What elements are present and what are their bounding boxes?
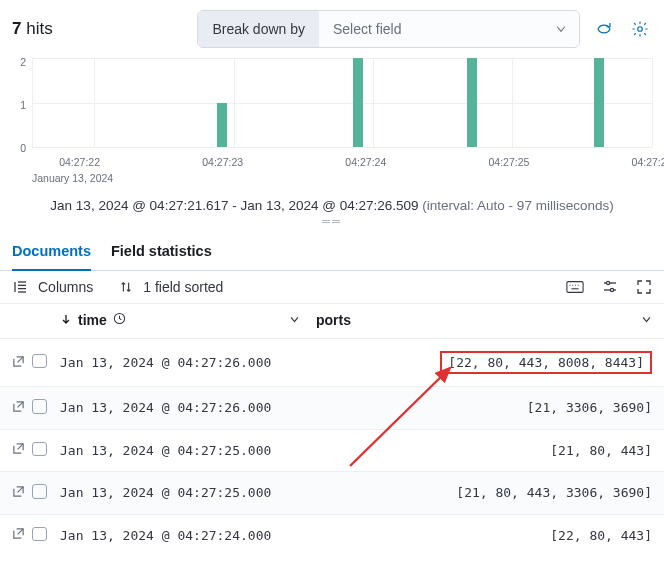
tab-field-statistics[interactable]: Field statistics [111,235,212,271]
cell-time: Jan 13, 2024 @ 04:27:25.000 [60,485,370,500]
range-sep: - [228,198,240,213]
x-tick: 04:27:23 [202,156,243,168]
cell-time: Jan 13, 2024 @ 04:27:25.000 [60,443,370,458]
svg-point-13 [606,281,609,284]
display-options-icon[interactable] [602,279,618,295]
y-tick: 2 [20,56,26,68]
expand-row-icon[interactable] [12,355,25,368]
y-axis-ticks: 2 1 0 [10,56,26,156]
table-row: Jan 13, 2024 @ 04:27:25.000[21, 80, 443,… [0,471,664,514]
x-tick: 04:27:26 [632,156,664,168]
cell-ports: [22, 80, 443, 8008, 8443] [370,351,652,374]
chevron-down-icon[interactable] [289,312,300,328]
hits-count-label: 7 hits [12,19,53,39]
data-table-body: Jan 13, 2024 @ 04:27:26.000[22, 80, 443,… [0,338,664,556]
svg-rect-6 [567,282,583,293]
range-from: Jan 13, 2024 @ 04:27:21.617 [50,198,228,213]
range-interval: (interval: Auto - 97 milliseconds) [422,198,613,213]
sort-icon[interactable] [119,280,133,294]
breakdown-select[interactable]: Select field [319,11,579,47]
chevron-down-icon [555,23,567,35]
table-row: Jan 13, 2024 @ 04:27:25.000[21, 80, 443] [0,429,664,472]
cell-ports: [21, 80, 443] [370,443,652,458]
cell-ports: [21, 80, 443, 3306, 3690] [370,485,652,500]
cell-time: Jan 13, 2024 @ 04:27:24.000 [60,528,370,543]
chevron-down-icon[interactable] [641,312,652,328]
tab-documents[interactable]: Documents [12,235,91,271]
table-row: Jan 13, 2024 @ 04:27:26.000[22, 80, 443,… [0,338,664,386]
histogram-bar[interactable] [217,103,227,148]
save-search-icon[interactable] [592,17,616,41]
cell-ports: [22, 80, 443] [370,528,652,543]
row-checkbox[interactable] [32,354,47,369]
cell-time: Jan 13, 2024 @ 04:27:26.000 [60,400,370,415]
row-checkbox[interactable] [32,484,47,499]
plot-area[interactable] [32,58,652,148]
columns-picker-icon[interactable] [12,279,28,295]
svg-point-0 [638,27,643,32]
range-to: Jan 13, 2024 @ 04:27:26.509 [240,198,418,213]
x-axis-sublabel: January 13, 2024 [32,172,652,184]
table-row: Jan 13, 2024 @ 04:27:24.000[22, 80, 443] [0,514,664,557]
column-header-ports[interactable]: ports [316,312,652,328]
histogram-bar[interactable] [594,58,604,147]
x-tick: 04:27:24 [345,156,386,168]
keyboard-icon[interactable] [566,280,584,294]
x-axis-ticks: 04:27:2204:27:2304:27:2404:27:2504:27:26 [16,156,652,172]
row-checkbox[interactable] [32,527,47,542]
breakdown-control: Break down by Select field [197,10,580,48]
hits-count-number: 7 [12,19,21,38]
fullscreen-icon[interactable] [636,279,652,295]
x-tick: 04:27:25 [488,156,529,168]
histogram-bar[interactable] [353,58,363,147]
y-tick: 1 [20,99,26,111]
resize-handle-icon[interactable]: ══ [0,217,664,229]
time-col-label: time [78,312,107,328]
cell-ports: [21, 3306, 3690] [370,400,652,415]
sort-button[interactable]: 1 field sorted [143,279,223,295]
histogram-bar[interactable] [467,58,477,147]
breakdown-label: Break down by [198,11,319,47]
expand-row-icon[interactable] [12,400,25,413]
expand-row-icon[interactable] [12,442,25,455]
expand-row-icon[interactable] [12,527,25,540]
histogram-chart: 2 1 0 04:27:2204:27:2304:27:2404:27:2504… [0,56,664,186]
arrow-down-icon [60,312,72,328]
svg-point-15 [610,288,613,291]
expand-row-icon[interactable] [12,485,25,498]
column-header-time[interactable]: time [60,312,300,328]
table-row: Jan 13, 2024 @ 04:27:26.000[21, 3306, 36… [0,386,664,429]
time-range-summary: Jan 13, 2024 @ 04:27:21.617 - Jan 13, 20… [0,186,664,217]
columns-button[interactable]: Columns [38,279,93,295]
clock-icon [113,312,126,328]
row-checkbox[interactable] [32,442,47,457]
highlighted-ports: [22, 80, 443, 8008, 8443] [440,351,652,374]
y-tick: 0 [20,142,26,154]
discover-tabs: Documents Field statistics [0,229,664,271]
ports-col-label: ports [316,312,351,328]
hits-word: hits [26,19,52,38]
gear-icon[interactable] [628,17,652,41]
cell-time: Jan 13, 2024 @ 04:27:26.000 [60,355,370,370]
data-table-header: time ports [0,303,664,338]
row-checkbox[interactable] [32,399,47,414]
breakdown-placeholder: Select field [333,21,401,37]
x-tick: 04:27:22 [59,156,100,168]
